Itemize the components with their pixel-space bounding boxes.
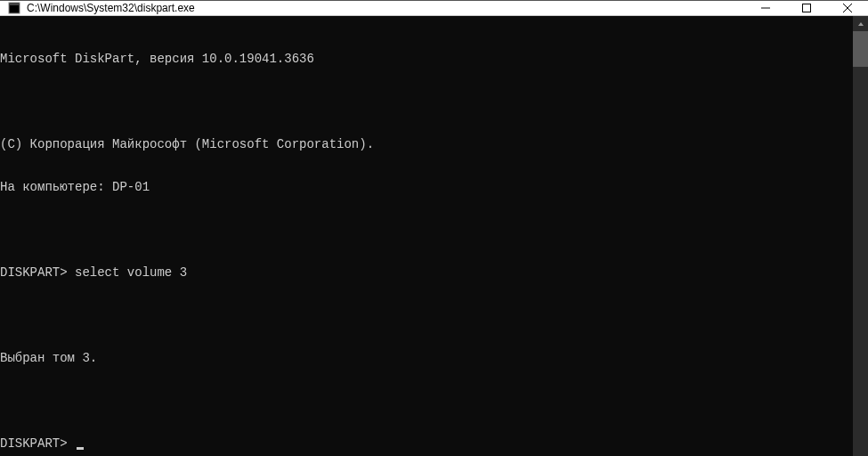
scroll-up-button[interactable] — [853, 16, 868, 31]
scroll-thumb[interactable] — [853, 31, 868, 67]
cursor-icon — [77, 447, 84, 450]
maximize-button[interactable] — [786, 1, 827, 15]
window: C:\Windows\System32\diskpart.exe Microso… — [0, 0, 868, 456]
console-line: Microsoft DiskPart, версия 10.0.19041.36… — [0, 52, 853, 66]
titlebar[interactable]: C:\Windows\System32\diskpart.exe — [0, 1, 868, 16]
console-line — [0, 308, 853, 322]
console-line — [0, 94, 853, 109]
window-title: C:\Windows\System32\diskpart.exe — [27, 2, 745, 14]
vertical-scrollbar[interactable] — [853, 16, 868, 456]
console-line: (C) Корпорация Майкрософт (Microsoft Cor… — [0, 137, 853, 151]
minimize-button[interactable] — [745, 1, 786, 15]
svg-rect-1 — [10, 4, 19, 5]
console-area: Microsoft DiskPart, версия 10.0.19041.36… — [0, 16, 868, 456]
console-prompt: DISKPART> — [0, 436, 75, 451]
console-prompt-line: DISKPART> — [0, 436, 853, 451]
svg-marker-6 — [858, 22, 864, 26]
svg-rect-3 — [803, 4, 811, 12]
console-line — [0, 394, 853, 408]
console-line — [0, 223, 853, 237]
close-button[interactable] — [827, 1, 868, 15]
console-line: Выбран том 3. — [0, 351, 853, 365]
console-line: DISKPART> select volume 3 — [0, 265, 853, 280]
console-output[interactable]: Microsoft DiskPart, версия 10.0.19041.36… — [0, 16, 853, 456]
window-controls — [745, 1, 868, 15]
console-line: На компьютере: DP-01 — [0, 180, 853, 194]
app-icon — [7, 1, 21, 15]
